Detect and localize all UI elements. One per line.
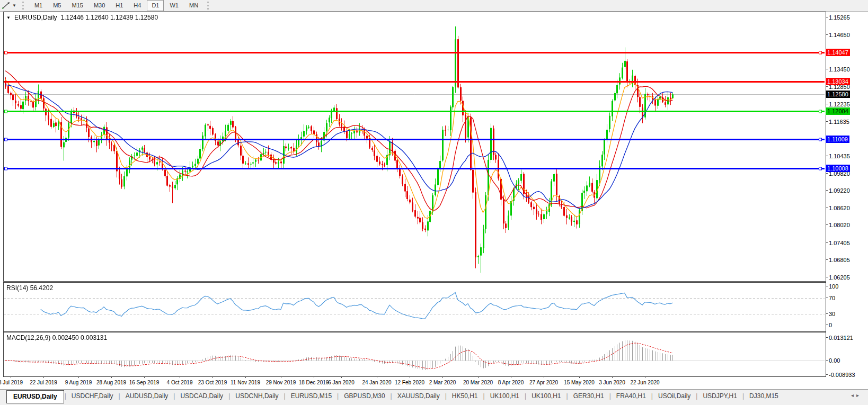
rsi-tick-70: 70 <box>829 295 835 301</box>
date-label-2-Mar-2020: 2 Mar 2020 <box>429 380 456 385</box>
date-label-29-Nov-2019: 29 Nov 2019 <box>266 380 296 385</box>
date-tick <box>478 376 479 378</box>
chart-tab-bar: EURUSD,Daily|USDCHF,Daily|AUDUSD,Daily|U… <box>0 389 868 405</box>
macd-canvas[interactable] <box>4 332 825 375</box>
rsi-tick-100: 100 <box>829 283 838 290</box>
price-tick-1.08620: 1.08620 <box>829 205 850 211</box>
macd-panel: MACD(12,26,9) 0.002450 0.003131 <box>3 332 826 377</box>
date-tick <box>377 376 377 378</box>
date-label-22-Jun-2020: 22 Jun 2020 <box>630 380 659 385</box>
macd-tick-0.013121: 0.013121 <box>829 335 853 341</box>
date-label-4-Oct-2019: 4 Oct 2019 <box>167 380 193 385</box>
chart-tab-XAUUSD-Daily[interactable]: XAUUSD,Daily <box>393 390 445 403</box>
date-label-9-Aug-2019: 9 Aug 2019 <box>65 380 92 385</box>
chart-tab-USOil-Daily[interactable]: USOil,Daily <box>653 390 695 403</box>
date-label-15-May-2020: 15 May 2020 <box>564 380 595 385</box>
chart-tab-FRA40-H1[interactable]: FRA40,H1 <box>612 390 651 403</box>
toolbar: ▼ M1M5M15M30H1H4D1W1MN <box>0 0 868 12</box>
chevron-down-icon: ▼ <box>12 3 16 8</box>
date-label-23-Oct-2019: 23 Oct 2019 <box>198 380 227 385</box>
price-tick-1.13450: 1.13450 <box>829 66 850 73</box>
timeframe-button-M5[interactable]: M5 <box>48 0 66 11</box>
date-label-22-Jul-2019: 22 Jul 2019 <box>30 380 57 385</box>
timeframe-button-H1[interactable]: H1 <box>111 0 128 11</box>
macd-tick-0.00: 0.00 <box>829 357 840 364</box>
rsi-tick-0: 0 <box>829 322 832 328</box>
price-tick-1.11635: 1.11635 <box>829 119 849 125</box>
price-tick-1.06205: 1.06205 <box>829 274 850 281</box>
date-tick <box>612 376 613 378</box>
rsi-label: RSI(14) 56.4202 <box>6 284 53 292</box>
timeframe-button-M30[interactable]: M30 <box>89 0 110 11</box>
chart-tab-USDCAD-Daily[interactable]: USDCAD,Daily <box>175 390 228 403</box>
price-tick-1.06805: 1.06805 <box>829 257 850 263</box>
date-tick <box>442 376 443 378</box>
toolbar-grip-end <box>207 2 210 10</box>
chart-tab-AUDUSD-Daily[interactable]: AUDUSD,Daily <box>121 390 173 403</box>
price-axis[interactable]: 1.152651.146501.134501.128501.122351.116… <box>826 0 868 405</box>
date-label-27-Apr-2020: 27 Apr 2020 <box>529 380 558 385</box>
timeframe-button-H4[interactable]: H4 <box>129 0 146 11</box>
price-tick-1.08020: 1.08020 <box>829 222 850 228</box>
chart-tab-EURUSD-Daily[interactable]: EURUSD,Daily <box>6 390 64 403</box>
date-tick <box>341 376 342 378</box>
price-badge-1.12004: 1.12004 <box>826 107 850 115</box>
date-tick <box>314 376 314 378</box>
date-tick <box>180 376 180 378</box>
timeframe-button-MN[interactable]: MN <box>184 0 203 11</box>
date-label-3-Jun-2020: 3 Jun 2020 <box>599 380 625 385</box>
rsi-panel: RSI(14) 56.4202 <box>3 282 826 332</box>
timeframe-button-M15[interactable]: M15 <box>67 0 87 11</box>
timeframe-button-W1[interactable]: W1 <box>165 0 183 11</box>
chart-tab-HK50-H1[interactable]: HK50,H1 <box>447 390 483 403</box>
price-badge-1.12580: 1.12580 <box>826 91 850 98</box>
date-tick <box>511 376 511 378</box>
toolbar-grip <box>22 2 25 10</box>
price-badge-1.10008: 1.10008 <box>826 165 850 172</box>
chart-tab-UK100-H1[interactable]: UK100,H1 <box>527 390 565 403</box>
date-tick <box>245 376 246 378</box>
date-tick <box>111 376 112 378</box>
date-tick <box>281 376 281 378</box>
timeframe-button-M1[interactable]: M1 <box>30 0 47 11</box>
chart-symbol: EURUSD,Daily <box>14 14 57 21</box>
trendline-tool-icon <box>2 2 10 9</box>
chart-tab-UK100-H1[interactable]: UK100,H1 <box>485 390 524 403</box>
chart-tab-EURUSD-M15[interactable]: EURUSD,M15 <box>286 390 336 403</box>
date-label-11-Nov-2019: 11 Nov 2019 <box>231 380 260 385</box>
price-badge-1.11009: 1.11009 <box>826 136 849 143</box>
date-axis[interactable]: 3 Jul 201922 Jul 20199 Aug 201928 Aug 20… <box>4 376 826 389</box>
chart-tab-GBPUSD-M30[interactable]: GBPUSD,M30 <box>339 390 389 403</box>
chart-tab-DJ30-M15[interactable]: DJ30,M15 <box>745 390 783 403</box>
date-label-28-Aug-2019: 28 Aug 2019 <box>96 380 126 385</box>
collapse-caret-icon[interactable]: ▼ <box>6 15 11 20</box>
macd-tick--0.008933: -0.008933 <box>829 372 855 378</box>
tab-scroll-right-icon: ▸ <box>856 392 862 398</box>
price-tick-1.15265: 1.15265 <box>829 14 850 21</box>
line-tool-dropdown[interactable]: ▼ <box>0 2 19 9</box>
rsi-tick-30: 30 <box>829 311 835 317</box>
chart-title: ▼ EURUSD,Daily 1.12446 1.12640 1.12439 1… <box>6 14 158 21</box>
date-label-6-Jan-2020: 6 Jan 2020 <box>328 380 355 385</box>
main-chart-canvas[interactable] <box>4 12 825 280</box>
chart-tab-USDJPY-H1[interactable]: USDJPY,H1 <box>698 390 741 403</box>
date-tick <box>144 376 145 378</box>
timeframe-button-D1[interactable]: D1 <box>147 0 164 11</box>
date-label-16-Sep-2019: 16 Sep 2019 <box>129 380 160 385</box>
date-label-20-Mar-2020: 20 Mar 2020 <box>463 380 493 385</box>
date-label-8-Apr-2020: 8 Apr 2020 <box>498 380 524 385</box>
macd-label: MACD(12,26,9) 0.002450 0.003131 <box>6 334 107 341</box>
price-tick-1.14650: 1.14650 <box>829 32 850 38</box>
tab-scroll-arrows[interactable]: ◂▸ <box>849 390 864 401</box>
chart-quotes: 1.12446 1.12640 1.12439 1.12580 <box>61 14 158 21</box>
price-tick-1.10435: 1.10435 <box>829 153 850 159</box>
chart-tab-USDCHF-Daily[interactable]: USDCHF,Daily <box>67 390 118 403</box>
rsi-canvas[interactable] <box>4 283 825 330</box>
date-tick <box>645 376 645 378</box>
price-tick-1.09220: 1.09220 <box>829 187 850 194</box>
price-tick-1.12235: 1.12235 <box>829 101 850 107</box>
chart-tab-GER30-H1[interactable]: GER30,H1 <box>569 390 609 403</box>
date-label-24-Jan-2020: 24 Jan 2020 <box>362 380 391 385</box>
chart-tab-USDCNH-Daily[interactable]: USDCNH,Daily <box>231 390 283 403</box>
price-badge-1.13034: 1.13034 <box>826 78 850 85</box>
